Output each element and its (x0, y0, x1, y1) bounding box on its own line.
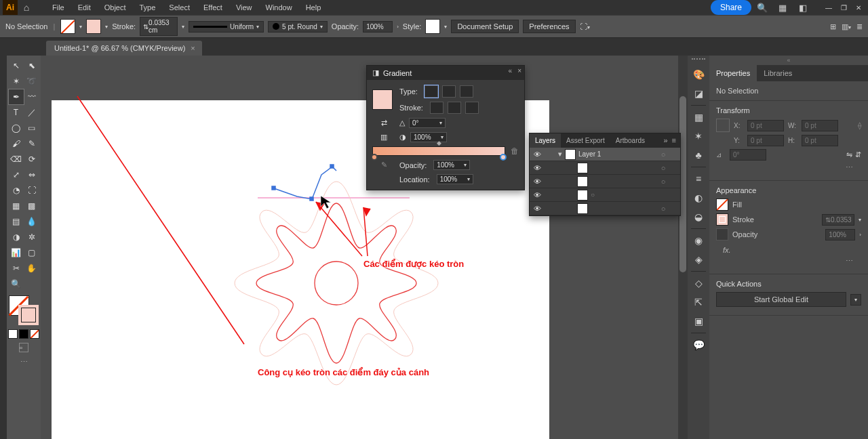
stroke-grad-along-icon[interactable] (448, 102, 461, 114)
gradient-stop-left[interactable] (371, 154, 378, 161)
fill-swatch[interactable] (60, 19, 75, 34)
appearance-more-icon[interactable]: ⋯ (716, 257, 861, 268)
target-icon[interactable]: ○ (657, 177, 669, 186)
document-setup-button[interactable]: Document Setup (451, 20, 519, 33)
target-icon[interactable]: ○ (657, 150, 669, 159)
close-icon[interactable]: ✕ (852, 1, 865, 14)
style-swatch[interactable] (425, 19, 440, 34)
stop-opacity-field[interactable]: 100%▾ (433, 160, 470, 170)
menu-object[interactable]: Object (98, 1, 132, 14)
linear-gradient-icon[interactable] (425, 85, 438, 98)
visibility-icon[interactable]: 👁 (530, 164, 545, 172)
gradient-tool-icon[interactable]: ▤ (9, 214, 24, 229)
type-tool-icon[interactable]: T (9, 105, 24, 120)
radial-gradient-icon[interactable] (442, 85, 456, 98)
opacity-field[interactable]: 100% (825, 229, 855, 241)
document-tab[interactable]: Untitled-1* @ 66.67 % (CMYK/Preview) × (46, 41, 202, 56)
shape-builder-icon[interactable]: ◔ (9, 183, 24, 198)
ellipse-tool-icon[interactable]: ◯ (9, 121, 24, 135)
transform-more-icon[interactable]: ⋯ (716, 163, 861, 175)
stroke-panel-icon[interactable]: ≡ (689, 169, 708, 188)
selection-tool-icon[interactable]: ↖ (9, 58, 24, 73)
search-icon[interactable]: 🔍 (753, 1, 772, 14)
menu-type[interactable]: Type (134, 1, 162, 14)
y-field[interactable] (747, 135, 784, 146)
global-edit-dd-icon[interactable]: ▾ (850, 294, 861, 306)
menu-window[interactable]: Window (260, 1, 298, 14)
rectangle-tool-icon[interactable]: ▭ (24, 121, 39, 135)
panel-expand-icon[interactable]: » (663, 136, 667, 145)
gradient-angle-field[interactable]: 0°▾ (409, 118, 446, 128)
preferences-button[interactable]: Preferences (523, 20, 575, 33)
symbol-sprayer-icon[interactable]: ✲ (24, 230, 39, 245)
stroke-grad-across-icon[interactable] (465, 102, 479, 114)
perspective-grid-icon[interactable]: ▦ (9, 198, 24, 213)
tab-libraries[interactable]: Libraries (757, 65, 799, 81)
target-icon[interactable]: ○ (591, 191, 595, 198)
rotate-tool-icon[interactable]: ⟳ (24, 152, 39, 167)
mesh-tool-icon[interactable]: ▩ (24, 198, 39, 213)
pen-tool-icon[interactable]: ✒ (9, 89, 24, 104)
blend-tool-icon[interactable]: ◑ (9, 230, 24, 245)
target-icon[interactable]: ○ (657, 205, 669, 213)
layer-row[interactable]: 👁○ (530, 161, 680, 175)
tab-layers[interactable]: Layers (530, 133, 561, 148)
panel-menu-icon[interactable]: ≡ (672, 136, 676, 145)
arrange-icon[interactable]: ▦ (773, 1, 792, 14)
freeform-gradient-icon[interactable] (460, 85, 473, 98)
grid-icon[interactable]: ⊞ (830, 22, 836, 31)
transparency-panel-icon[interactable]: ◒ (689, 207, 708, 226)
brush-profile-dd[interactable]: Uniform▾ (189, 21, 264, 33)
minimize-icon[interactable]: — (822, 1, 835, 14)
graphicstyles-panel-icon[interactable]: ◈ (689, 250, 708, 269)
screen-mode-icon[interactable]: ▫ (19, 343, 28, 352)
layer-row[interactable]: 👁▾Layer 1○ (530, 148, 680, 161)
layer-row[interactable]: 👁○ (530, 175, 680, 188)
curvature-tool-icon[interactable]: 〰 (24, 89, 39, 104)
line-tool-icon[interactable]: ／ (24, 105, 39, 120)
align-icon[interactable]: ⛶▾ (580, 22, 590, 30)
tab-asset-export[interactable]: Asset Export (561, 133, 610, 148)
reference-point-icon[interactable] (716, 119, 730, 132)
appearance-fill-swatch[interactable] (716, 198, 728, 211)
grip-icon[interactable] (692, 58, 705, 62)
w-field[interactable] (802, 120, 838, 131)
expand-icon[interactable]: ▾ (555, 150, 565, 159)
comments-panel-icon[interactable]: 💬 (689, 335, 708, 354)
canvas[interactable]: Các điểm được kéo tròn Công cụ kéo tròn … (41, 56, 688, 439)
hand-tool-icon[interactable]: ✋ (24, 261, 39, 276)
flip-h-icon[interactable]: ⇋ (846, 150, 852, 159)
stroke-indicator[interactable] (18, 305, 39, 325)
gradient-stop-right[interactable] (500, 154, 507, 161)
menu-select[interactable]: Select (163, 1, 196, 14)
brush-def-dd[interactable]: 5 pt. Round▾ (268, 21, 328, 33)
swatches-panel-icon[interactable]: ▦ (689, 108, 708, 127)
colorguide-panel-icon[interactable]: ◪ (689, 84, 708, 103)
vertical-scrollbar[interactable] (678, 56, 688, 439)
reverse-gradient-icon[interactable]: ⇄ (381, 119, 387, 127)
stroke-weight-field[interactable]: ⇅0.0353 cm (140, 17, 178, 36)
edit-toolbar-icon[interactable]: ⋯ (20, 358, 28, 367)
fill-stroke-indicator[interactable] (9, 295, 39, 325)
lasso-tool-icon[interactable]: ➰ (24, 74, 39, 89)
eyedropper-tool-icon[interactable]: 💧 (24, 214, 39, 229)
artboards-panel-icon[interactable]: ▣ (689, 312, 708, 331)
target-icon[interactable]: ○ (657, 164, 669, 172)
home-icon[interactable]: ⌂ (19, 0, 34, 15)
menu-effect[interactable]: Effect (197, 1, 229, 14)
restore-icon[interactable]: ❐ (837, 1, 850, 14)
menu-view[interactable]: View (230, 1, 258, 14)
slice-tool-icon[interactable]: ✂ (9, 261, 24, 276)
layers-panel-icon[interactable]: ◇ (689, 274, 708, 293)
link-wh-icon[interactable]: ⟠ (858, 121, 861, 130)
rotate-field[interactable] (730, 149, 766, 161)
appearance-panel-icon[interactable]: ◉ (689, 231, 708, 250)
fx-button[interactable]: fx. (716, 243, 861, 257)
tab-properties[interactable]: Properties (709, 65, 757, 81)
width-tool-icon[interactable]: ⇔ (24, 167, 39, 182)
delete-stop-icon[interactable]: 🗑 (511, 146, 519, 156)
gradient-mode-icon[interactable] (19, 329, 28, 339)
artboard-tool-icon[interactable]: ▢ (24, 245, 39, 260)
gradient-aspect-field[interactable]: 100%▾ (410, 132, 447, 142)
panel-collapse-icon[interactable]: « (509, 67, 513, 75)
